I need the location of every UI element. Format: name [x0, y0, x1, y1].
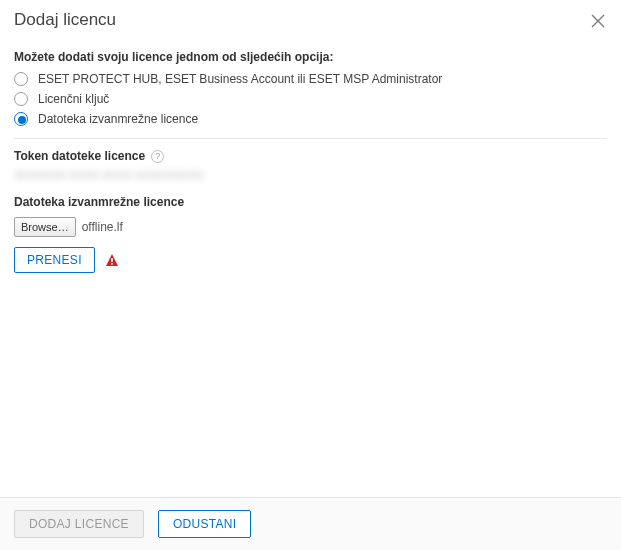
option-label: Datoteka izvanmrežne licence	[38, 112, 198, 126]
option-label: ESET PROTECT HUB, ESET Business Account …	[38, 72, 442, 86]
option-offline-file[interactable]: Datoteka izvanmrežne licence	[14, 112, 607, 126]
dialog-title: Dodaj licencu	[14, 10, 116, 30]
radio-icon	[14, 72, 28, 86]
close-icon[interactable]	[591, 14, 605, 28]
option-label: Licenčni ključ	[38, 92, 109, 106]
dialog-header: Dodaj licencu	[0, 0, 621, 36]
cancel-button[interactable]: ODUSTANI	[158, 510, 252, 538]
upload-button[interactable]: PRENESI	[14, 247, 95, 273]
selected-filename: offline.lf	[82, 220, 123, 234]
option-hub[interactable]: ESET PROTECT HUB, ESET Business Account …	[14, 72, 607, 86]
file-picker-row: Browse… offline.lf	[14, 217, 607, 237]
option-key[interactable]: Licenčni ključ	[14, 92, 607, 106]
help-icon[interactable]: ?	[151, 150, 164, 163]
svg-rect-4	[111, 263, 113, 265]
upload-row: PRENESI	[14, 247, 607, 273]
add-license-button[interactable]: DODAJ LICENCE	[14, 510, 144, 538]
options-heading: Možete dodati svoju licence jednom od sl…	[14, 50, 607, 64]
dialog-body: Možete dodati svoju licence jednom od sl…	[0, 36, 621, 497]
radio-icon	[14, 112, 28, 126]
svg-rect-3	[111, 258, 113, 262]
browse-button[interactable]: Browse…	[14, 217, 76, 237]
token-label-row: Token datoteke licence ?	[14, 149, 607, 163]
radio-icon	[14, 92, 28, 106]
file-section-label: Datoteka izvanmrežne licence	[14, 195, 607, 209]
token-label: Token datoteke licence	[14, 149, 145, 163]
section-divider	[14, 138, 607, 139]
dialog-footer: DODAJ LICENCE ODUSTANI	[0, 497, 621, 550]
warning-icon	[105, 253, 119, 267]
token-value: XXXXXXX-XXXX-XXXX-XXXXXXXXXX-XX	[14, 169, 204, 181]
add-license-dialog: Dodaj licencu Možete dodati svoju licenc…	[0, 0, 621, 550]
